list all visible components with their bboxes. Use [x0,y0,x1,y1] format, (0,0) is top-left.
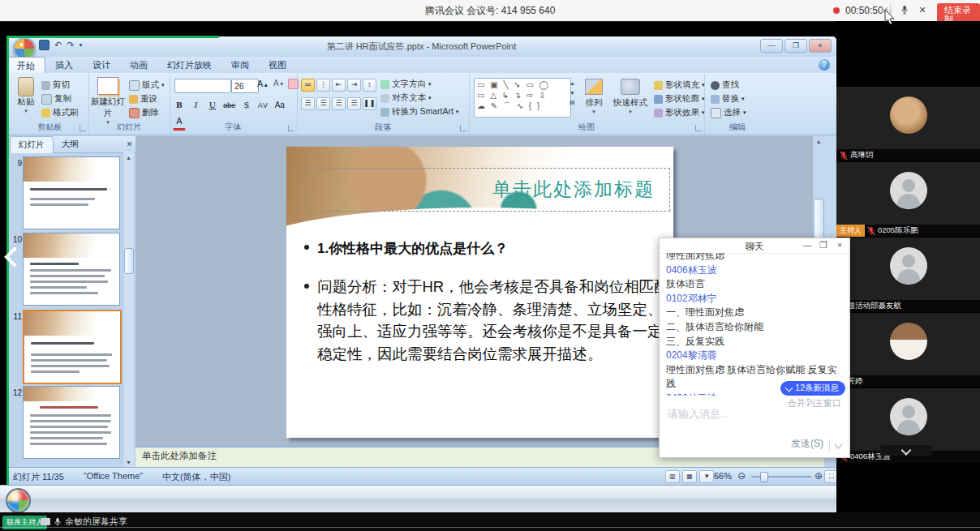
ppt-titlebar[interactable]: ↶ ↷ ▾ 第二讲 HR面试应答.pptx - Microsoft PowerP… [6,36,836,58]
collapse-strip[interactable] [880,445,932,456]
send-button[interactable]: 发送(S) [791,437,823,451]
format-painter-button[interactable]: 格式刷 [41,107,79,118]
slide-thumbnail-10[interactable] [23,233,120,306]
copy-button[interactable]: 复制 [41,93,71,105]
slide-title-placeholder[interactable]: 单击此处添加标题 [307,168,670,212]
change-case-button[interactable]: Aa [273,98,286,112]
cut-button[interactable]: 剪切 [41,79,70,91]
participant-tile[interactable]: 主持人 0205陈乐鹏 [836,162,980,237]
participant-tile[interactable]: 郁芳婷 [836,313,980,388]
font-size-combo[interactable]: 26 [231,79,259,93]
align-left-button[interactable]: ☰ [301,97,315,110]
text-direction-button[interactable]: 文字方向▾ [380,79,432,90]
scroll-down-icon[interactable]: ▼ [123,460,134,465]
outline-tab[interactable]: 大纲 [54,136,87,152]
layout-button[interactable]: 版式▾ [129,79,165,91]
shape-outline-button[interactable]: 形状轮廓▾ [654,93,705,105]
chat-close-icon[interactable]: × [833,240,846,251]
select-button[interactable]: 选择▾ [711,107,746,118]
strikethrough-button[interactable]: abe [222,99,236,113]
quick-styles-button[interactable]: 快速样式 ▾ [612,79,649,115]
reset-button[interactable]: 重设 [129,93,157,105]
increase-indent-button[interactable]: ⇥ [347,79,361,92]
shapes-gallery[interactable]: ▭ ▣ ╲ ➘ ▭ ◯▭ △ ↳ ↴ ⇨ ⇩☁ ✎ ⌒ ∿ { } [474,78,571,118]
dialog-launcher-icon[interactable] [80,125,86,131]
replace-button[interactable]: 替换▾ [711,93,745,105]
slide-thumbnail-11-selected[interactable] [23,310,122,384]
close-icon[interactable]: × [919,3,926,16]
new-slide-button[interactable]: 新建幻灯片 ▾ [90,77,126,126]
chat-titlebar[interactable]: 聊天 — ❐ × [660,238,849,254]
slideshow-button[interactable]: ▼ [699,470,714,483]
paste-button[interactable]: 粘贴 ▾ [13,77,39,114]
chat-message-list[interactable]: 理性面对焦虑 0406林玉波 肢体语言 0102邓林宁 一、理性面对焦虑 二、肢… [666,253,838,396]
slides-tab[interactable]: 幻灯片 [10,136,54,153]
microphone-icon[interactable] [900,3,909,18]
slide-thumbnail-9[interactable] [23,156,120,229]
numbering-button[interactable]: ⋮ [316,79,330,92]
tab-insert[interactable]: 插入 [45,57,83,73]
columns-button[interactable]: ❚❚ [363,97,376,110]
participant-tile[interactable]: 高琳玥 [836,87,980,161]
align-center-button[interactable]: ☰ [316,97,330,110]
normal-view-button[interactable]: ▥ [665,470,680,483]
window-close-button[interactable]: × [809,39,832,53]
tab-review[interactable]: 审阅 [221,57,259,73]
restore-button[interactable]: ❐ [784,39,807,53]
font-name-combo[interactable] [174,79,231,93]
scrollbar-thumb[interactable] [814,199,824,239]
panel-close-icon[interactable]: × [127,139,132,150]
minimize-button[interactable]: — [760,39,783,53]
slide-thumbnail-12[interactable] [23,386,120,459]
help-icon[interactable]: ? [819,59,830,71]
scrollbar-thumb[interactable] [124,248,134,274]
chat-sender[interactable]: 0102邓林宁 [666,292,838,306]
zoom-slider-knob[interactable] [760,472,768,482]
tab-animations[interactable]: 动画 [120,57,157,73]
tab-home[interactable]: 开始 [6,57,45,74]
tab-slideshow[interactable]: 幻灯片放映 [157,57,221,73]
justify-button[interactable]: ☰ [347,97,361,110]
language-indicator[interactable]: 中文(简体，中国) [162,471,230,483]
delete-button[interactable]: 删除 [129,107,159,118]
dialog-launcher-icon[interactable] [288,125,294,131]
chat-maximize-icon[interactable]: ❐ [817,240,830,251]
tab-design[interactable]: 设计 [83,57,120,73]
text-shadow-button[interactable]: S [240,98,253,112]
scroll-up-icon[interactable]: ▲ [813,139,824,144]
chat-sender[interactable]: 0204黎清蓉 [666,349,838,363]
bullets-button[interactable]: ≔ [301,79,315,92]
align-text-button[interactable]: 对齐文本▾ [380,92,432,104]
dialog-launcher-icon[interactable] [695,125,702,131]
italic-button[interactable]: I [189,98,202,112]
current-slide[interactable]: 单击此处添加标题 1.你性格中最大的优点是什么？ 问题分析：对于HR，他会考核是… [286,147,673,438]
chat-sender[interactable]: 0406林玉波 [666,263,838,278]
dialog-launcher-icon[interactable] [460,125,466,131]
tab-view[interactable]: 视图 [259,57,296,73]
zoom-out-icon[interactable]: ⊖ [737,470,746,482]
chat-input[interactable] [666,407,832,421]
shrink-font-icon[interactable]: A▼ [273,79,285,88]
arrange-button[interactable]: 排列 ▾ [579,79,608,115]
participant-tile[interactable]: 主题活动部聂友航 [836,238,980,312]
underline-button[interactable]: U [206,98,219,112]
slide-sorter-button[interactable]: ▦ [682,470,697,483]
align-right-button[interactable]: ☰ [332,97,346,110]
scroll-up-icon[interactable]: ▲ [123,155,134,161]
bold-button[interactable]: B [173,98,186,112]
start-button[interactable] [6,488,31,513]
decrease-indent-button[interactable]: ⇤ [332,79,346,92]
new-messages-pill[interactable]: 12条新消息 [780,381,845,396]
grow-font-icon[interactable]: A▲ [257,79,269,88]
shape-effects-button[interactable]: 形状效果▾ [654,107,705,118]
send-options-chevron-icon[interactable] [835,441,843,449]
shape-fill-button[interactable]: 形状填充▾ [654,79,705,91]
zoom-in-icon[interactable]: ⊕ [815,470,823,482]
smartart-button[interactable]: 转换为 SmartArt▾ [380,106,458,118]
panel-scrollbar[interactable]: ▲ ▼ [122,152,134,468]
find-button[interactable]: 查找 [711,79,739,91]
chat-minimize-icon[interactable]: — [801,240,814,251]
line-spacing-button[interactable]: ↕ [363,79,376,92]
chat-message: 理性面对焦虑 [666,253,838,263]
character-spacing-button[interactable]: AV [256,99,269,113]
